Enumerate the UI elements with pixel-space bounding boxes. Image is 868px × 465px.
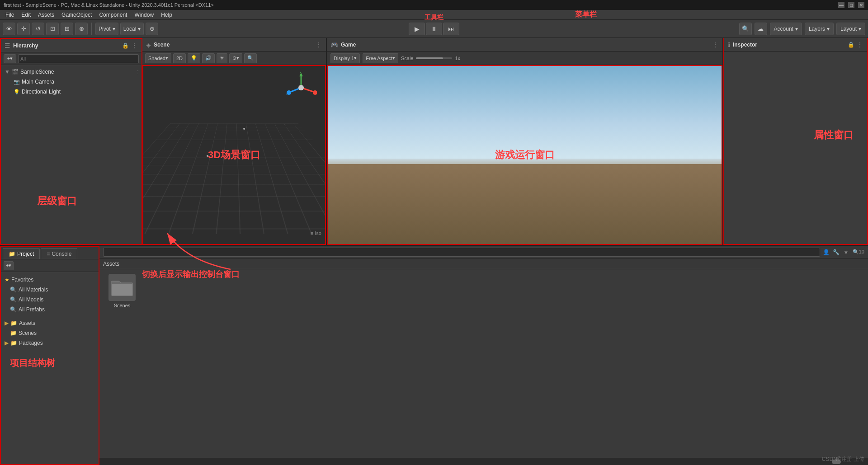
camera-icon: 📷 [14,79,20,85]
play-button[interactable]: ▶ [409,23,425,35]
menu-gameobject[interactable]: GameObject [58,11,95,19]
scene-search-button[interactable]: 🔍 [244,53,257,63]
collab-search-button[interactable]: 🔍 [739,23,752,35]
all-prefabs-label: All Prefabs [19,306,45,313]
shading-dropdown[interactable]: Shaded ▾ [145,53,171,63]
scene-menu-btn[interactable]: ⋮ [315,41,322,48]
scene-label: SampleScene [20,69,54,75]
cloud-button[interactable]: ☁ [755,23,767,35]
menu-file[interactable]: File [2,11,18,19]
project-console-panel: 📁 Project ≡ Console +▾ ★ Favorites 🔍 A [0,246,99,465]
pivot-dropdown[interactable]: Pivot ▾ [95,23,118,35]
assets-search-input[interactable] [103,248,820,257]
menu-assets[interactable]: Assets [34,11,58,19]
hierarchy-panel: ☰ Hierarchy 🔒 ⋮ +▾ ▼ 🎬 SampleScene ⋮ [0,38,142,245]
game-menu-btn[interactable]: ⋮ [712,41,719,48]
hierarchy-search-input[interactable] [18,54,139,63]
scenes-asset-item[interactable]: Scenes [104,274,140,308]
all-materials-item[interactable]: 🔍 All Materials [1,285,99,295]
all-models-label: All Models [19,296,43,303]
game-header-controls: ⋮ [712,41,719,48]
restore-button[interactable]: □ [848,2,854,8]
toolbar-annotation: 工具栏 [425,14,443,22]
layers-dropdown[interactable]: Layers ▾ [805,23,834,35]
menu-window[interactable]: Window [131,11,157,19]
assets-view-btn-2[interactable]: 🔧 [833,249,840,256]
project-add-button[interactable]: +▾ [4,261,14,270]
assets-content: 切换后显示输出控制台窗口 Scenes [99,269,868,458]
menu-edit[interactable]: Edit [18,11,34,19]
all-prefabs-item[interactable]: 🔍 All Prefabs [1,305,99,315]
inspector-title: Inspector [733,42,757,48]
hierarchy-header: ☰ Hierarchy 🔒 ⋮ [1,39,142,52]
display-dropdown[interactable]: Display 1 ▾ [330,53,360,63]
layout-dropdown[interactable]: Layout ▾ [836,23,865,35]
assets-section[interactable]: ▶ 📁 Assets [1,318,99,328]
close-button[interactable]: ✕ [858,2,864,8]
inspector-panel: ℹ Inspector 🔒 ⋮ 属性窗口 [723,38,868,245]
inspector-lock-button[interactable]: 🔒 [847,41,854,48]
directional-light-item[interactable]: 💡 Directional Light [1,87,142,97]
scene-arrow: ▼ [5,69,10,75]
scenes-folder-label: Scenes [19,330,37,336]
local-dropdown[interactable]: Local ▾ [120,23,144,35]
project-toolbar: +▾ [1,259,99,272]
assets-count: 🔍10 [853,249,864,255]
star-icon: ★ [5,277,9,283]
scenes-folder-item[interactable]: 📁 Scenes [1,328,99,338]
account-dropdown[interactable]: Account ▾ [770,23,802,35]
game-icon: 🎮 [330,41,338,48]
game-annotation: 游戏运行窗口 [495,148,555,162]
transform-tool-button[interactable]: ⊛ [75,23,88,35]
all-models-item[interactable]: 🔍 All Models [1,295,99,305]
pause-button[interactable]: ⏸ [426,23,442,35]
hand-tool-button[interactable]: 👁 [3,23,15,35]
audio-button[interactable]: 🔊 [202,53,215,63]
scene-header-controls: ⋮ [315,41,322,48]
scene-menu-button[interactable]: ⋮ [134,68,142,75]
scene-gizmo: y x z [285,72,317,103]
minimize-button[interactable]: — [838,2,844,8]
play-controls: 工具栏 ▶ ⏸ ⏭ [409,23,459,35]
packages-section[interactable]: ▶ 📁 Packages [1,338,99,348]
project-tab[interactable]: 📁 Project [3,248,40,259]
layers-label: Layers [809,26,825,32]
hierarchy-menu-button[interactable]: ⋮ [131,42,138,49]
scale-value: 1x [455,56,460,61]
all-materials-label: All Materials [19,287,48,293]
2d-button[interactable]: 2D [173,53,186,63]
fx-button[interactable]: ☀ [217,53,227,63]
move-tool-button[interactable]: ✛ [17,23,30,35]
scene-panel-icon: ◈ [146,41,151,48]
assets-view-btn-3[interactable]: ★ [843,249,850,256]
gizmos-button[interactable]: ⊙▾ [229,53,242,63]
scale-tool-button[interactable]: ⊡ [46,23,59,35]
project-tab-label: Project [17,251,34,257]
favorites-section[interactable]: ★ Favorites [1,275,99,285]
hierarchy-annotation: 层级窗口 [37,194,77,208]
inspector-menu-button[interactable]: ⋮ [856,41,863,48]
menu-help[interactable]: Help [157,11,176,19]
scale-label: Scale [401,56,414,61]
camera-label: Main Camera [22,79,54,85]
custom-tool-button[interactable]: ⊕ [146,23,158,35]
hierarchy-lock-button[interactable]: 🔒 [122,42,129,49]
hierarchy-scene-item[interactable]: ▼ 🎬 SampleScene ⋮ [1,67,142,77]
spacer-1 [1,315,99,318]
rect-tool-button[interactable]: ⊞ [61,23,73,35]
step-button[interactable]: ⏭ [443,23,459,35]
hierarchy-add-button[interactable]: +▾ [4,54,16,63]
toolbar: 👁 ✛ ↺ ⊡ ⊞ ⊛ Pivot ▾ Local ▾ ⊕ 工具栏 ▶ ⏸ ⏭ … [0,20,868,38]
aspect-dropdown[interactable]: Free Aspect ▾ [363,53,398,63]
main-camera-item[interactable]: 📷 Main Camera [1,77,142,87]
hierarchy-content: ▼ 🎬 SampleScene ⋮ 📷 Main Camera 💡 Direct… [1,65,142,244]
lighting-button[interactable]: 💡 [188,53,200,63]
console-tab[interactable]: ≡ Console [41,248,77,259]
packages-label: Packages [19,340,43,346]
scale-slider[interactable] [416,57,452,59]
pivot-arrow: ▾ [113,26,115,32]
rotate-tool-button[interactable]: ↺ [32,23,44,35]
assets-view-btn-1[interactable]: 👤 [823,249,830,256]
menu-component[interactable]: Component [95,11,131,19]
scene-viewport[interactable]: y x z ≡ Iso 3D场景窗口 [142,65,326,245]
